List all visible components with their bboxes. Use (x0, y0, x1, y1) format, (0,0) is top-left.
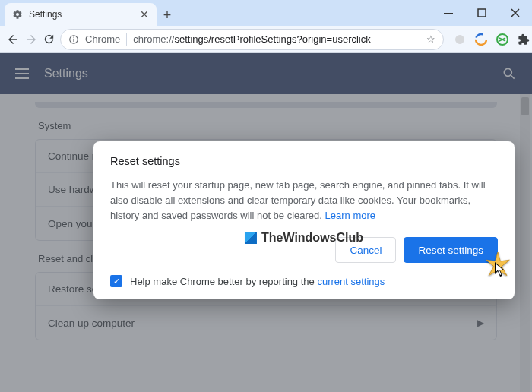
new-tab-button[interactable]: + (157, 5, 178, 26)
address-bar[interactable]: Chrome chrome://settings/resetProfileSet… (60, 29, 444, 50)
bookmark-star-icon[interactable]: ☆ (426, 33, 435, 45)
close-window-button[interactable] (499, 0, 532, 26)
back-button[interactable] (6, 30, 20, 49)
dialog-title: Reset settings (110, 155, 498, 167)
extension-icon-3[interactable] (496, 33, 509, 46)
extension-icon-2[interactable] (474, 33, 488, 46)
svg-rect-4 (73, 36, 74, 37)
dialog-actions: Cancel Reset settings (110, 237, 498, 263)
dialog-body: This will reset your startup page, new t… (110, 178, 498, 223)
extension-icons (453, 33, 532, 46)
learn-more-link[interactable]: Learn more (325, 210, 375, 221)
tab-title: Settings (29, 9, 62, 20)
browser-tab[interactable]: Settings ✕ (5, 3, 157, 26)
maximize-button[interactable] (465, 0, 499, 26)
reload-button[interactable] (43, 30, 55, 49)
checkbox-label: Help make Chrome better by reporting the… (130, 276, 385, 287)
reset-settings-button[interactable]: Reset settings (404, 237, 498, 263)
dialog-body-text: This will reset your startup page, new t… (110, 179, 486, 221)
cancel-button[interactable]: Cancel (335, 237, 396, 263)
site-info-icon[interactable] (68, 34, 79, 45)
reset-settings-dialog: Reset settings This will reset your star… (93, 141, 515, 299)
extension-icon-1[interactable] (453, 33, 467, 46)
svg-point-5 (455, 35, 464, 44)
gear-icon (12, 9, 23, 20)
svg-rect-0 (444, 13, 453, 14)
checkbox-checked-icon[interactable]: ✓ (110, 275, 122, 287)
omnibox-origin: Chrome (85, 33, 120, 45)
omnibox-divider (126, 33, 127, 46)
close-icon[interactable]: ✕ (140, 8, 149, 21)
window-controls (432, 0, 532, 26)
svg-rect-1 (478, 9, 486, 17)
minimize-button[interactable] (432, 0, 465, 26)
extensions-puzzle-icon[interactable] (517, 33, 530, 46)
browser-toolbar: Chrome chrome://settings/resetProfileSet… (0, 26, 532, 53)
current-settings-link[interactable]: current settings (317, 276, 385, 287)
svg-rect-3 (73, 38, 74, 41)
forward-button[interactable] (24, 30, 38, 49)
tab-strip: Settings ✕ + (0, 0, 532, 26)
omnibox-url: chrome://settings/resetProfileSettings?o… (133, 33, 371, 45)
report-checkbox-row[interactable]: ✓ Help make Chrome better by reporting t… (110, 275, 498, 287)
